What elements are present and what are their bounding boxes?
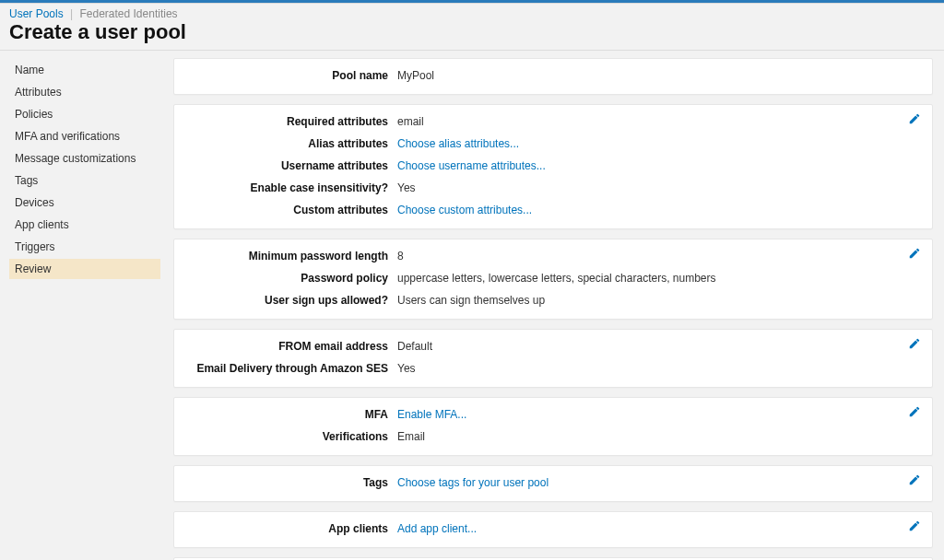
from-email-value: Default xyxy=(397,338,921,355)
sidebar-item-tags[interactable]: Tags xyxy=(9,170,160,191)
pw-policy-label: Password policy xyxy=(185,270,397,286)
tags-label: Tags xyxy=(185,474,397,491)
sidebar-item-message-customizations[interactable]: Message customizations xyxy=(9,148,160,169)
edit-icon[interactable] xyxy=(908,247,923,262)
breadcrumb: User Pools | Federated Identities xyxy=(0,4,944,20)
title-divider xyxy=(0,50,944,51)
main-content: Pool name MyPool Required attributesemai… xyxy=(166,54,944,560)
username-attr-link[interactable]: Choose username attributes... xyxy=(397,159,546,172)
custom-attr-label: Custom attributes xyxy=(185,202,397,218)
tags-link[interactable]: Choose tags for your user pool xyxy=(397,476,549,489)
case-insensitivity-label: Enable case insensitivity? xyxy=(185,180,397,196)
app-clients-link[interactable]: Add app client... xyxy=(397,522,477,535)
pool-name-value: MyPool xyxy=(397,67,921,84)
app-clients-label: App clients xyxy=(185,520,397,537)
mfa-label: MFA xyxy=(185,406,397,423)
card-app-clients: App clientsAdd app client... xyxy=(173,511,933,548)
signup-allowed-value: Users can sign themselves up xyxy=(397,292,921,309)
mfa-link[interactable]: Enable MFA... xyxy=(397,408,466,421)
from-email-label: FROM email address xyxy=(185,338,397,355)
sidebar: Name Attributes Policies MFA and verific… xyxy=(0,54,166,560)
sidebar-item-mfa[interactable]: MFA and verifications xyxy=(9,126,160,146)
ses-delivery-label: Email Delivery through Amazon SES xyxy=(185,360,397,377)
edit-icon[interactable] xyxy=(908,473,923,488)
pool-name-label: Pool name xyxy=(185,67,397,84)
sidebar-item-attributes[interactable]: Attributes xyxy=(9,82,160,102)
edit-icon[interactable] xyxy=(908,405,923,420)
sidebar-item-app-clients[interactable]: App clients xyxy=(9,215,160,235)
pw-policy-value: uppercase letters, lowercase letters, sp… xyxy=(397,270,921,286)
required-attr-value: email xyxy=(397,113,921,130)
case-insensitivity-value: Yes xyxy=(397,180,921,196)
edit-icon[interactable] xyxy=(908,519,923,534)
edit-icon[interactable] xyxy=(908,337,923,352)
verifications-value: Email xyxy=(397,428,921,445)
sidebar-item-name[interactable]: Name xyxy=(9,60,160,80)
card-email: FROM email addressDefault Email Delivery… xyxy=(173,329,933,388)
sidebar-item-review[interactable]: Review xyxy=(9,259,160,279)
alias-attr-label: Alias attributes xyxy=(185,135,397,152)
sidebar-item-triggers[interactable]: Triggers xyxy=(9,237,160,257)
alias-attr-link[interactable]: Choose alias attributes... xyxy=(397,137,519,150)
sidebar-item-policies[interactable]: Policies xyxy=(9,104,160,124)
breadcrumb-user-pools[interactable]: User Pools xyxy=(9,7,64,20)
card-tags: TagsChoose tags for your user pool xyxy=(173,465,933,502)
edit-icon[interactable] xyxy=(908,112,923,127)
min-pw-len-value: 8 xyxy=(397,248,921,264)
card-name: Pool name MyPool xyxy=(173,58,933,95)
required-attr-label: Required attributes xyxy=(185,113,397,130)
sidebar-item-devices[interactable]: Devices xyxy=(9,192,160,213)
username-attr-label: Username attributes xyxy=(185,158,397,174)
page-title: Create a user pool xyxy=(0,20,944,50)
breadcrumb-federated[interactable]: Federated Identities xyxy=(80,7,178,20)
custom-attr-link[interactable]: Choose custom attributes... xyxy=(397,204,532,216)
verifications-label: Verifications xyxy=(185,428,397,445)
ses-delivery-value: Yes xyxy=(397,360,921,377)
card-policies: Minimum password length8 Password policy… xyxy=(173,239,933,320)
breadcrumb-sep: | xyxy=(70,7,73,20)
signup-allowed-label: User sign ups allowed? xyxy=(185,292,397,309)
card-mfa: MFAEnable MFA... VerificationsEmail xyxy=(173,397,933,456)
card-attributes: Required attributesemail Alias attribute… xyxy=(173,104,933,229)
min-pw-len-label: Minimum password length xyxy=(185,248,397,264)
